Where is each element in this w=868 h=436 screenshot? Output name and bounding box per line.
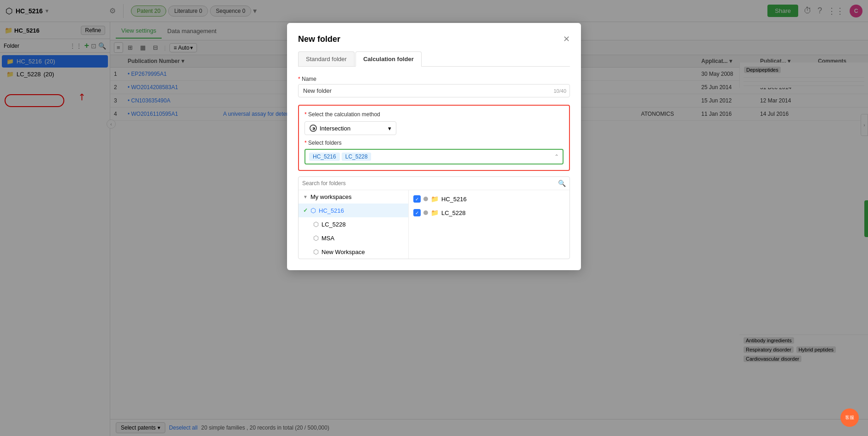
- modal-title: New folder: [298, 34, 563, 44]
- folder-result-lc5228[interactable]: ✓ 📁 LC_5228: [409, 206, 569, 220]
- folder-search-dropdown: 🔍 ▼ My workspaces ✓ ⬡ HC_5216 ⬡ LC_5228: [298, 176, 570, 259]
- tab-standard-folder[interactable]: Standard folder: [298, 51, 355, 66]
- ws-item-name: LC_5228: [321, 221, 404, 228]
- folders-expand-icon[interactable]: ⌃: [554, 153, 559, 160]
- modal-close-button[interactable]: ✕: [563, 34, 570, 44]
- intersection-icon: ◑: [310, 125, 317, 132]
- folder-result-name: LC_5228: [441, 210, 466, 216]
- folder-result-icon: 📁: [431, 195, 439, 203]
- ws-item-msa[interactable]: ⬡ MSA: [299, 231, 408, 245]
- calc-method-label: * Select the calculation method: [304, 111, 564, 118]
- modal-header: New folder ✕: [298, 34, 570, 44]
- folder-result-icon: 📁: [431, 209, 439, 216]
- select-folders-label: * Select folders: [304, 140, 564, 146]
- folder-results: ✓ 📁 HC_5216 ✓ 📁 LC_5228: [409, 190, 569, 259]
- help-floating-button[interactable]: 客服: [840, 408, 859, 427]
- ws-folder-icon: ⬡: [310, 207, 316, 214]
- name-label: * Name: [298, 76, 570, 82]
- selected-folder-lc5228[interactable]: LC_5228: [342, 153, 372, 161]
- ws-item-new-workspace[interactable]: ⬡ New Workspace: [299, 245, 408, 259]
- tab-calculation-folder[interactable]: Calculation folder: [355, 51, 422, 67]
- name-input[interactable]: [298, 84, 570, 97]
- folder-search-icon: 🔍: [558, 180, 566, 187]
- new-folder-modal: New folder ✕ Standard folder Calculation…: [287, 23, 581, 270]
- folder-checkbox-hc5216[interactable]: ✓: [413, 195, 421, 203]
- folder-search-input[interactable]: [302, 180, 556, 187]
- ws-folder-icon: ⬡: [313, 234, 319, 242]
- ws-item-name: MSA: [321, 235, 404, 242]
- folder-search-row: 🔍: [299, 177, 569, 190]
- name-field-section: * Name 10/40: [298, 76, 570, 97]
- folder-dot-lc5228: [423, 210, 428, 215]
- folder-checkbox-lc5228[interactable]: ✓: [413, 209, 421, 216]
- folder-dot-hc5216: [423, 197, 428, 201]
- ws-check-icon: ✓: [303, 207, 308, 214]
- calc-method-value: Intersection: [320, 125, 350, 132]
- calc-method-section: * Select the calculation method ◑ Inters…: [298, 105, 570, 171]
- ws-folder-icon: ⬡: [313, 221, 319, 228]
- folder-result-hc5216[interactable]: ✓ 📁 HC_5216: [409, 192, 569, 206]
- ws-item-hc5216[interactable]: ✓ ⬡ HC_5216: [299, 204, 408, 217]
- folder-type-tabs: Standard folder Calculation folder: [298, 51, 570, 67]
- folders-input-area[interactable]: HC_5216 LC_5228 ⌃: [304, 149, 564, 164]
- ws-item-lc5228[interactable]: ⬡ LC_5228: [299, 217, 408, 231]
- ws-header-label: My workspaces: [310, 193, 352, 200]
- selected-folder-hc5216[interactable]: HC_5216: [309, 153, 340, 161]
- calc-method-dropdown[interactable]: ◑ Intersection ▾: [304, 121, 396, 135]
- ws-expand-icon[interactable]: ▼: [303, 194, 308, 199]
- name-input-wrap: 10/40: [298, 84, 570, 97]
- help-label: 客服: [845, 414, 854, 421]
- ws-folder-icon: ⬡: [313, 248, 319, 255]
- ws-my-workspaces-header[interactable]: ▼ My workspaces: [299, 190, 408, 204]
- ws-item-name: HC_5216: [319, 207, 404, 214]
- dropdown-body: ▼ My workspaces ✓ ⬡ HC_5216 ⬡ LC_5228 ⬡ …: [299, 190, 569, 259]
- workspace-list: ▼ My workspaces ✓ ⬡ HC_5216 ⬡ LC_5228 ⬡ …: [299, 190, 409, 259]
- calc-method-arrow[interactable]: ▾: [388, 125, 391, 132]
- name-char-count: 10/40: [553, 88, 566, 94]
- folder-result-name: HC_5216: [441, 196, 467, 203]
- ws-item-name: New Workspace: [321, 249, 404, 255]
